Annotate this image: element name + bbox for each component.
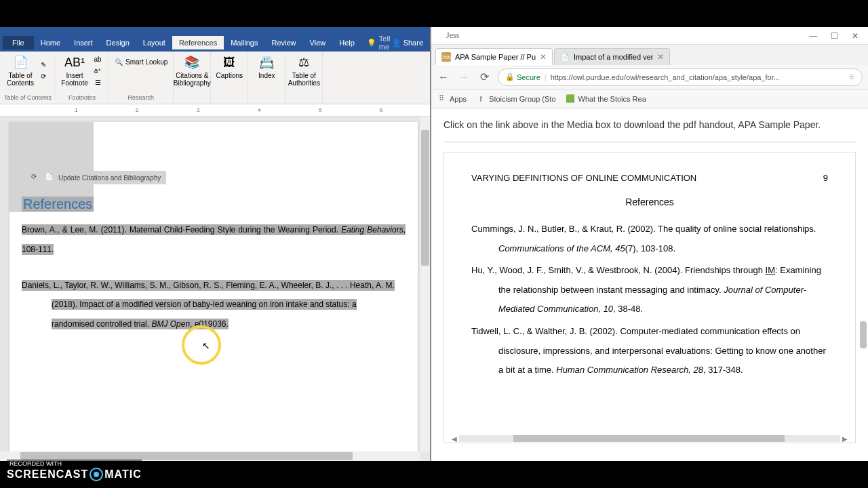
pdf-reference-entry: Hu, Y., Wood, J. F., Smith, V., & Westbr…: [471, 261, 828, 319]
menu-insert[interactable]: Insert: [67, 36, 100, 49]
table-of-contents-button[interactable]: 📄 Table of Contents: [6, 53, 35, 88]
browser-window: Jess — ☐ ✕ OWL APA Sample Paper // Pu ✕ …: [431, 27, 868, 461]
menu-file[interactable]: File: [3, 36, 34, 49]
pdf-preview[interactable]: VARYING DEFINITIONS OF ONLINE COMMUNICAT…: [443, 152, 856, 443]
document-area[interactable]: ⟳ 📄 Update Citations and Bibliography Re…: [0, 117, 430, 461]
citations-button[interactable]: 📚 Citations & Bibliography: [178, 53, 206, 88]
vertical-scrollbar[interactable]: [420, 117, 430, 451]
document-page[interactable]: ⟳ 📄 Update Citations and Bibliography Re…: [9, 122, 418, 461]
bookmarks-bar: ⠿Apps fStoicism Group (Sto 🟩What the Sto…: [431, 89, 868, 108]
scroll-left-icon[interactable]: ◀: [450, 435, 459, 443]
browser-toolbar: ← → ⟳ 🔒Secure | https://owl.purdue.edu/o…: [431, 65, 868, 89]
scrollbar-thumb[interactable]: [860, 321, 867, 348]
add-text-button[interactable]: ✎: [37, 60, 50, 70]
pdf-references-title: References: [471, 197, 828, 207]
authorities-icon: ⚖: [296, 54, 312, 70]
browser-content[interactable]: Click on the link above in the Media box…: [431, 108, 868, 461]
address-bar[interactable]: 🔒Secure | https://owl.purdue.edu/owl/res…: [498, 68, 863, 86]
menu-home[interactable]: Home: [34, 36, 67, 49]
toc-group-label: Table of Contents: [4, 94, 52, 102]
menu-references[interactable]: References: [172, 36, 224, 49]
captions-icon: 🖼: [221, 54, 237, 70]
menu-view[interactable]: View: [303, 36, 333, 49]
index-icon: 📇: [258, 54, 275, 70]
pdf-reference-entry: Cummings, J. N., Butler, B., & Kraut, R.…: [471, 220, 828, 258]
scrollbar-thumb[interactable]: [513, 435, 785, 442]
forward-button[interactable]: →: [457, 70, 471, 84]
divider: [443, 142, 856, 142]
footnotes-group-label: Footnotes: [68, 94, 96, 102]
owl-favicon-icon: OWL: [441, 52, 451, 62]
share-button[interactable]: 👤Share: [392, 39, 427, 47]
facebook-icon: f: [476, 94, 486, 104]
bookmark-star-icon[interactable]: ☆: [848, 73, 855, 81]
browser-titlebar: Jess — ☐ ✕: [431, 27, 868, 45]
browser-tab-strip: OWL APA Sample Paper // Pu ✕ 📄 Impact of…: [431, 45, 868, 65]
captions-button[interactable]: 🖼 Captions: [215, 53, 243, 81]
cursor-icon: ↖: [202, 340, 210, 351]
menu-mailings[interactable]: Mailings: [224, 36, 264, 49]
insert-endnote-button[interactable]: ab: [92, 54, 104, 64]
update-icon: ⟳: [39, 72, 48, 81]
tab-close-icon[interactable]: ✕: [657, 52, 664, 62]
page-intro-text: Click on the link above in the Media box…: [443, 118, 856, 132]
authorities-button[interactable]: ⚖ Table of Authorities: [290, 53, 318, 88]
word-menu-bar: File Home Insert Design Layout Reference…: [0, 34, 430, 52]
user-profile-label[interactable]: Jess: [439, 29, 466, 42]
insert-footnote-button[interactable]: AB¹ Insert Footnote: [60, 53, 89, 88]
bookmark-item[interactable]: 🟩What the Stoics Rea: [566, 94, 646, 104]
footnote-icon: AB¹: [66, 54, 83, 70]
index-button[interactable]: 📇 Index: [252, 53, 281, 81]
show-notes-icon: ☰: [93, 77, 102, 87]
next-footnote-icon: a⁺: [93, 66, 102, 75]
apps-icon: ⠿: [437, 94, 446, 104]
add-text-icon: ✎: [39, 60, 48, 70]
search-icon: 🔍: [114, 57, 123, 66]
pdf-page-number: 9: [823, 173, 828, 183]
references-heading: References: [9, 122, 94, 212]
update-table-button[interactable]: ⟳: [37, 71, 50, 82]
window-close-button[interactable]: ✕: [845, 30, 865, 42]
doc-icon: 📄: [45, 173, 54, 182]
next-footnote-button[interactable]: a⁺: [92, 65, 104, 76]
lock-icon: 🔒: [505, 73, 515, 81]
window-minimize-button[interactable]: —: [802, 30, 824, 42]
refresh-icon: ⟳: [31, 173, 41, 182]
update-citations-bar[interactable]: ⟳ 📄 Update Citations and Bibliography: [26, 171, 166, 184]
url-text: https://owl.purdue.edu/owl/research_and_…: [551, 73, 844, 81]
secure-badge: 🔒Secure: [505, 73, 540, 81]
window-maximize-button[interactable]: ☐: [824, 30, 845, 42]
menu-layout[interactable]: Layout: [136, 36, 172, 49]
bookmark-item[interactable]: fStoicism Group (Sto: [476, 94, 555, 104]
toc-icon: 📄: [12, 54, 28, 70]
menu-help[interactable]: Help: [332, 36, 361, 49]
reload-button[interactable]: ⟳: [477, 70, 491, 84]
menu-review[interactable]: Review: [265, 36, 303, 49]
page-favicon-icon: 📄: [560, 52, 570, 62]
pdf-running-head: VARYING DEFINITIONS OF ONLINE COMMUNICAT…: [471, 173, 696, 183]
screencast-watermark: RECORDED WITH SCREENCAST MATIC: [7, 460, 142, 481]
browser-tab[interactable]: 📄 Impact of a modified ver ✕: [554, 48, 670, 65]
endnote-icon: ab: [93, 54, 102, 64]
menu-design[interactable]: Design: [100, 36, 136, 49]
tab-close-icon[interactable]: ✕: [540, 52, 547, 62]
smart-lookup-button[interactable]: 🔍Smart Lookup: [113, 53, 169, 67]
back-button[interactable]: ←: [437, 70, 450, 84]
horizontal-ruler[interactable]: 1 2 3 4 5 6: [0, 104, 430, 117]
citations-icon: 📚: [184, 54, 200, 70]
reference-entry: Daniels, L., Taylor, R. W., Williams, S.…: [22, 276, 406, 334]
page-icon: 🟩: [566, 94, 575, 104]
pdf-reference-entry: Tidwell, L. C., & Walther, J. B. (2002).…: [471, 322, 828, 380]
pdf-horizontal-scrollbar[interactable]: ◀ ▶: [450, 434, 850, 443]
ribbon-toolbar: 📄 Table of Contents ✎ ⟳ Table of Content…: [0, 52, 430, 104]
bookmark-apps[interactable]: ⠿Apps: [437, 94, 467, 104]
scroll-right-icon[interactable]: ▶: [840, 435, 850, 443]
reference-entry: Brown, A., & Lee, M. (2011). Maternal Ch…: [22, 220, 406, 260]
browser-tab-active[interactable]: OWL APA Sample Paper // Pu ✕: [435, 48, 553, 65]
word-window: File Home Insert Design Layout Reference…: [0, 27, 431, 461]
content-vertical-scrollbar[interactable]: [860, 118, 867, 447]
tell-me-search[interactable]: 💡Tell me: [367, 35, 392, 51]
show-notes-button[interactable]: ☰: [92, 77, 104, 87]
share-icon: 👤: [392, 39, 401, 47]
scrollbar-thumb[interactable]: [421, 130, 429, 266]
